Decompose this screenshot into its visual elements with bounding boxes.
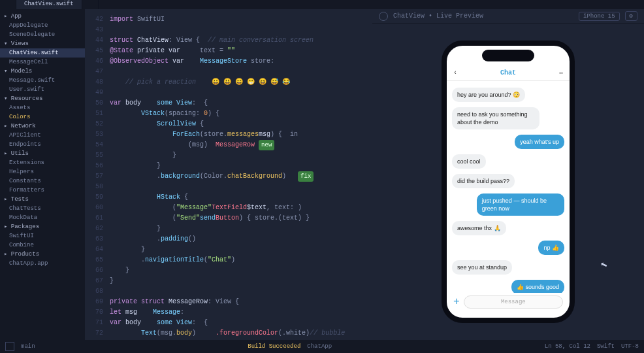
- message-bubble-1[interactable]: need to ask you something about the demo: [452, 107, 539, 129]
- tree-item-20[interactable]: ▸ Tests: [0, 195, 85, 204]
- tree-item-21[interactable]: ChatTests: [0, 204, 85, 213]
- tree-item-24[interactable]: SwiftUI: [0, 231, 85, 241]
- device-picker[interactable]: iPhone 15: [579, 12, 620, 21]
- cursor-position: Ln 58, Col 12: [545, 343, 590, 350]
- tree-item-26[interactable]: ▸ Products: [0, 250, 85, 259]
- preview-title: ChatView • Live Preview: [393, 12, 483, 20]
- tree-item-16[interactable]: Extensions: [0, 158, 85, 167]
- phone-navbar: ‹ Chat ⋯: [447, 65, 570, 81]
- tree-item-6[interactable]: ▾ Models: [0, 67, 85, 76]
- message-bubble-8[interactable]: see you at standup: [452, 260, 512, 275]
- tree-item-1[interactable]: AppDelegate: [0, 21, 85, 30]
- target-label: ChatApp: [307, 343, 332, 350]
- phone-mock[interactable]: ‹ Chat ⋯ hey are you around? 😳need to as…: [442, 41, 575, 323]
- build-status: Build Succeeded: [248, 343, 300, 350]
- message-bubble-6[interactable]: awesome thx 🙏: [452, 221, 506, 235]
- preview-panel: ChatView • Live Preview iPhone 15 ⚙ ‹ Ch…: [372, 9, 644, 340]
- tab-strip: ChatView.swift: [0, 0, 644, 9]
- back-button[interactable]: ‹: [453, 69, 457, 76]
- sidebar-toggle-icon[interactable]: [5, 342, 14, 351]
- run-preview-button[interactable]: [379, 12, 388, 21]
- message-bubble-3[interactable]: cool cool: [452, 154, 486, 169]
- tree-item-8[interactable]: User.swift: [0, 85, 85, 94]
- message-bubble-5[interactable]: just pushed — should be green now: [477, 193, 564, 216]
- file-tree: ▸ AppAppDelegateSceneDelegate▾ ViewsChat…: [0, 9, 85, 340]
- branch-label[interactable]: main: [21, 343, 35, 350]
- phone-notch: [482, 50, 534, 61]
- tree-item-0[interactable]: ▸ App: [0, 12, 85, 21]
- tab-0[interactable]: [0, 0, 16, 9]
- preview-toolbar: ChatView • Live Preview iPhone 15 ⚙: [372, 9, 644, 24]
- tree-item-22[interactable]: MockData: [0, 213, 85, 222]
- preview-canvas: ‹ Chat ⋯ hey are you around? 😳need to as…: [372, 24, 644, 340]
- tree-item-2[interactable]: SceneDelegate: [0, 30, 85, 39]
- code-body[interactable]: import SwiftUI struct ChatView: View { /…: [107, 9, 372, 340]
- encoding-label[interactable]: UTF-8: [621, 343, 639, 350]
- tree-item-14[interactable]: Endpoints: [0, 140, 85, 149]
- message-bubble-9[interactable]: 👍 sounds good: [511, 280, 564, 293]
- tree-item-17[interactable]: Helpers: [0, 167, 85, 176]
- preview-settings-icon[interactable]: ⚙: [625, 11, 637, 21]
- tree-item-3[interactable]: ▾ Views: [0, 39, 85, 48]
- tree-item-18[interactable]: Constants: [0, 176, 85, 186]
- message-bubble-2[interactable]: yeah what's up: [515, 135, 564, 149]
- message-input[interactable]: Message: [464, 295, 563, 309]
- message-bubble-4[interactable]: did the build pass??: [452, 174, 515, 188]
- language-mode[interactable]: Swift: [597, 343, 615, 350]
- message-bubble-7[interactable]: np 👍: [538, 241, 564, 255]
- chat-scroll[interactable]: hey are you around? 😳need to ask you som…: [447, 81, 570, 293]
- tree-item-7[interactable]: Message.swift: [0, 76, 85, 85]
- message-bubble-0[interactable]: hey are you around? 😳: [452, 88, 525, 102]
- tree-item-25[interactable]: Combine: [0, 241, 85, 250]
- chat-title: Chat: [500, 69, 516, 76]
- status-bar: main Build Succeeded ChatApp Ln 58, Col …: [0, 340, 644, 353]
- tree-item-13[interactable]: APIClient: [0, 131, 85, 140]
- tree-item-10[interactable]: Assets: [0, 103, 85, 112]
- tab-2[interactable]: [82, 0, 99, 9]
- code-editor[interactable]: 42 43 44 45 46 47 48 49 50 51 52 53 54 5…: [85, 9, 372, 340]
- tree-item-9[interactable]: ▾ Resources: [0, 94, 85, 103]
- tree-item-15[interactable]: ▸ Utils: [0, 149, 85, 158]
- tree-item-4[interactable]: ChatView.swift: [0, 48, 85, 58]
- tree-item-11[interactable]: Colors: [0, 112, 85, 122]
- menu-button[interactable]: ⋯: [559, 69, 563, 77]
- tab-1[interactable]: ChatView.swift: [16, 0, 82, 9]
- line-gutter: 42 43 44 45 46 47 48 49 50 51 52 53 54 5…: [85, 9, 107, 340]
- attach-button[interactable]: +: [453, 296, 460, 308]
- tree-item-12[interactable]: ▸ Network: [0, 122, 85, 131]
- tree-item-19[interactable]: Formatters: [0, 186, 85, 195]
- tree-item-27[interactable]: ChatApp.app: [0, 259, 85, 268]
- tree-item-5[interactable]: MessageCell: [0, 58, 85, 67]
- tree-item-23[interactable]: ▸ Packages: [0, 222, 85, 231]
- chat-input-bar: + Message: [447, 293, 570, 311]
